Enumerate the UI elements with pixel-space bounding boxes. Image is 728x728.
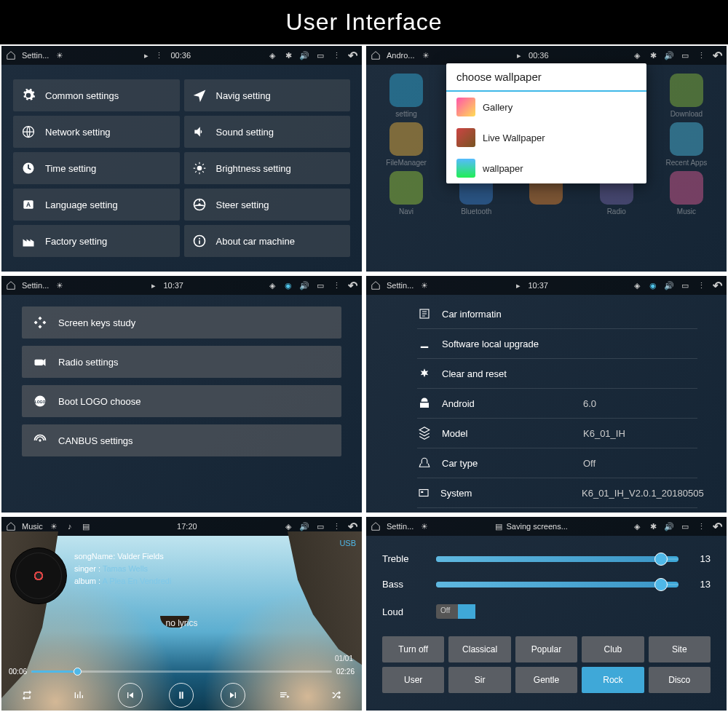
status-label: Settin... xyxy=(387,522,414,531)
volume-icon[interactable]: 🔊 xyxy=(664,50,674,60)
setting-globe[interactable]: Network setting xyxy=(13,116,180,148)
preset-button[interactable]: Site xyxy=(649,636,711,662)
home-icon[interactable] xyxy=(6,50,16,60)
treble-slider[interactable] xyxy=(436,556,678,562)
brightness-icon[interactable]: ☀ xyxy=(49,521,59,531)
setting-brightness[interactable]: Brightness setting xyxy=(184,152,351,184)
brightness-icon[interactable]: ☀ xyxy=(55,280,65,290)
preset-button[interactable]: User xyxy=(382,667,444,693)
song-metadata: songName: Valder Fields singer : Tamas W… xyxy=(74,550,171,587)
app-label: Download xyxy=(670,110,703,118)
info-row[interactable]: Car informatin xyxy=(417,299,697,329)
app-label: Recent Apps xyxy=(666,159,708,167)
statusbar: Settin... ☀ ▸ 10:37 ◈ ◉ 🔊 ▭ ⋮ ↶ xyxy=(366,276,727,295)
setting-label: Time setting xyxy=(45,163,96,174)
back-icon[interactable]: ↶ xyxy=(712,280,722,290)
dialog-option[interactable]: Gallery xyxy=(446,92,646,122)
volume-icon[interactable]: 🔊 xyxy=(664,280,674,290)
preset-button[interactable]: Classical xyxy=(448,636,510,662)
battery-icon: ▭ xyxy=(315,280,325,290)
brightness-icon[interactable]: ☀ xyxy=(419,521,430,531)
setting-clock[interactable]: Time setting xyxy=(13,152,180,184)
preset-button[interactable]: Popular xyxy=(515,636,577,662)
home-icon[interactable] xyxy=(6,521,16,531)
setting-navigate[interactable]: Navig setting xyxy=(184,79,351,111)
svg-text:LOGO: LOGO xyxy=(35,400,46,404)
pause-button[interactable] xyxy=(169,683,194,708)
setting-sound[interactable]: Sound setting xyxy=(184,116,351,148)
more-icon[interactable]: ⋮ xyxy=(331,280,341,290)
home-icon[interactable] xyxy=(371,521,381,531)
info-icon xyxy=(191,233,207,249)
more-icon[interactable]: ⋮ xyxy=(696,521,706,531)
setting-gears[interactable]: Common settings xyxy=(13,79,180,111)
info-row[interactable]: Clear and reset xyxy=(417,359,697,389)
app-item[interactable]: FileManager xyxy=(373,122,439,167)
dialog-option[interactable]: Live Wallpaper xyxy=(446,122,646,153)
home-icon[interactable] xyxy=(6,280,16,290)
row-label: Clear and reset xyxy=(442,368,573,379)
more-icon[interactable]: ⋮ xyxy=(331,50,341,60)
back-icon[interactable]: ↶ xyxy=(712,521,722,531)
panel-settings-list: Settin... ☀ ▸ 10:37 ◈ ◉ 🔊 ▭ ⋮ ↶ Screen k… xyxy=(1,276,362,513)
loud-toggle[interactable]: Off xyxy=(436,604,475,619)
back-icon[interactable]: ↶ xyxy=(347,521,357,531)
back-icon[interactable]: ↶ xyxy=(347,280,357,290)
app-item[interactable]: Recent Apps xyxy=(654,122,719,167)
name-bass-slider[interactable] xyxy=(436,582,678,587)
prev-button[interactable] xyxy=(118,683,143,708)
back-icon[interactable]: ↶ xyxy=(712,50,722,60)
info-row[interactable]: Software local upgrade xyxy=(417,329,697,359)
setting-steering[interactable]: Steer setting xyxy=(184,189,351,221)
svg-point-8 xyxy=(199,238,200,240)
brightness-icon[interactable]: ☀ xyxy=(55,50,65,60)
info-row: ModelK6_01_IH xyxy=(417,419,697,448)
wifi-icon: ◉ xyxy=(648,280,658,290)
list-item[interactable]: CANBUS settings xyxy=(22,424,341,456)
app-item[interactable]: Music xyxy=(654,171,719,215)
brightness-icon[interactable]: ☀ xyxy=(421,50,431,60)
app-item[interactable]: setting xyxy=(373,74,439,118)
setting-language[interactable]: ALanguage setting xyxy=(13,189,180,221)
volume-icon[interactable]: 🔊 xyxy=(664,521,674,531)
svg-point-13 xyxy=(39,439,41,441)
preset-button[interactable]: Club xyxy=(582,636,644,662)
row-label: Software local upgrade xyxy=(442,339,573,349)
back-icon[interactable]: ↶ xyxy=(347,50,357,60)
repeat-button[interactable] xyxy=(15,683,39,708)
eq-button[interactable] xyxy=(66,683,91,708)
row-label: Android xyxy=(442,398,573,409)
volume-icon[interactable]: 🔊 xyxy=(299,280,309,290)
shuffle-button[interactable] xyxy=(324,683,349,708)
more-icon[interactable]: ⋮ xyxy=(696,50,706,60)
setting-factory[interactable]: Factory setting xyxy=(13,225,180,257)
list-item[interactable]: LOGOBoot LOGO choose xyxy=(22,385,341,417)
preset-button[interactable]: Turn off xyxy=(382,636,444,662)
more-icon[interactable]: ⋮ xyxy=(696,280,706,290)
statusbar: Settin... ☀ ▸ 10:37 ◈ ◉ 🔊 ▭ ⋮ ↶ xyxy=(1,276,362,295)
next-button[interactable] xyxy=(221,683,245,708)
volume-icon[interactable]: 🔊 xyxy=(299,521,309,531)
gps-icon: ◈ xyxy=(632,50,642,60)
volume-icon[interactable]: 🔊 xyxy=(299,50,309,60)
row-label: System xyxy=(440,488,571,499)
list-item[interactable]: Screen keys study xyxy=(22,306,341,339)
more-icon[interactable]: ⋮ xyxy=(331,521,341,531)
panel-equalizer: Settin... ☀ ▤ Saving screens... ◈ ✱ 🔊 ▭ … xyxy=(366,517,727,711)
home-icon[interactable] xyxy=(371,50,381,60)
row-label: Car type xyxy=(442,458,573,469)
preset-button[interactable]: Sir xyxy=(448,667,510,693)
app-item[interactable]: Navi xyxy=(373,171,439,215)
dialog-option-label: wallpaper xyxy=(483,163,523,174)
app-item[interactable]: Download xyxy=(654,74,719,118)
brightness-icon[interactable]: ☀ xyxy=(419,280,430,290)
playlist-button[interactable] xyxy=(272,683,297,708)
dialog-option[interactable]: wallpaper xyxy=(446,153,646,183)
list-item[interactable]: Radio settings xyxy=(22,346,341,378)
preset-button[interactable]: Rock xyxy=(582,667,644,693)
seek-slider[interactable] xyxy=(31,670,332,673)
home-icon[interactable] xyxy=(371,280,381,290)
preset-button[interactable]: Disco xyxy=(649,667,711,693)
setting-info[interactable]: About car machine xyxy=(184,225,351,257)
preset-button[interactable]: Gentle xyxy=(515,667,577,693)
